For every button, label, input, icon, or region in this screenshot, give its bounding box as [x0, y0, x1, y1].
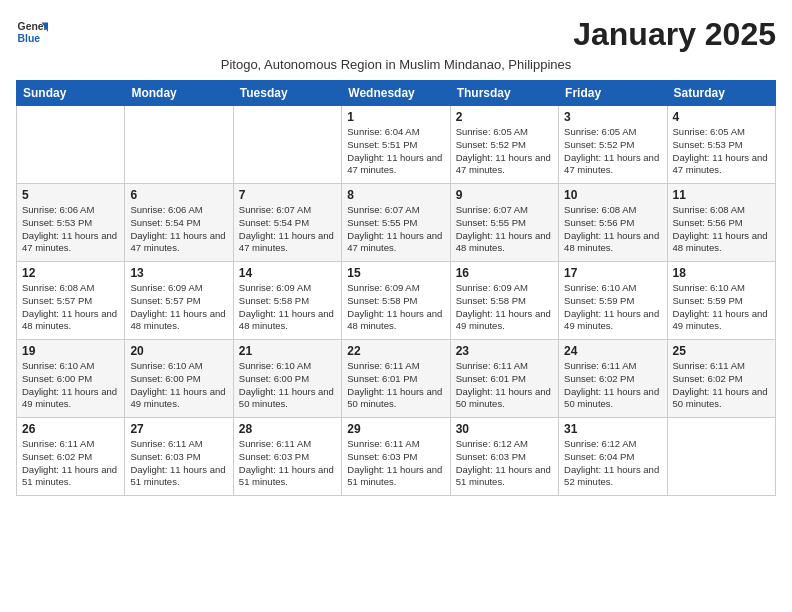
calendar-cell: 24Sunrise: 6:11 AM Sunset: 6:02 PM Dayli…	[559, 340, 667, 418]
logo: General Blue	[16, 16, 48, 48]
day-number: 28	[239, 422, 336, 436]
day-number: 16	[456, 266, 553, 280]
title-block: January 2025	[573, 16, 776, 53]
day-header-friday: Friday	[559, 81, 667, 106]
calendar-cell	[233, 106, 341, 184]
calendar-cell: 6Sunrise: 6:06 AM Sunset: 5:54 PM Daylig…	[125, 184, 233, 262]
calendar-cell: 23Sunrise: 6:11 AM Sunset: 6:01 PM Dayli…	[450, 340, 558, 418]
day-header-wednesday: Wednesday	[342, 81, 450, 106]
cell-text: Sunrise: 6:11 AM Sunset: 6:01 PM Dayligh…	[347, 360, 444, 411]
day-number: 8	[347, 188, 444, 202]
cell-text: Sunrise: 6:12 AM Sunset: 6:04 PM Dayligh…	[564, 438, 661, 489]
calendar-cell: 15Sunrise: 6:09 AM Sunset: 5:58 PM Dayli…	[342, 262, 450, 340]
day-header-thursday: Thursday	[450, 81, 558, 106]
calendar-cell: 11Sunrise: 6:08 AM Sunset: 5:56 PM Dayli…	[667, 184, 775, 262]
cell-text: Sunrise: 6:05 AM Sunset: 5:52 PM Dayligh…	[564, 126, 661, 177]
calendar-table: SundayMondayTuesdayWednesdayThursdayFrid…	[16, 80, 776, 496]
day-number: 3	[564, 110, 661, 124]
day-number: 30	[456, 422, 553, 436]
day-number: 10	[564, 188, 661, 202]
day-number: 24	[564, 344, 661, 358]
cell-text: Sunrise: 6:10 AM Sunset: 6:00 PM Dayligh…	[22, 360, 119, 411]
calendar-cell: 21Sunrise: 6:10 AM Sunset: 6:00 PM Dayli…	[233, 340, 341, 418]
calendar-cell	[667, 418, 775, 496]
week-row-2: 5Sunrise: 6:06 AM Sunset: 5:53 PM Daylig…	[17, 184, 776, 262]
day-number: 1	[347, 110, 444, 124]
calendar-cell: 3Sunrise: 6:05 AM Sunset: 5:52 PM Daylig…	[559, 106, 667, 184]
calendar-cell: 29Sunrise: 6:11 AM Sunset: 6:03 PM Dayli…	[342, 418, 450, 496]
page-header: General Blue January 2025	[16, 16, 776, 53]
cell-text: Sunrise: 6:09 AM Sunset: 5:58 PM Dayligh…	[456, 282, 553, 333]
cell-text: Sunrise: 6:11 AM Sunset: 6:02 PM Dayligh…	[564, 360, 661, 411]
cell-text: Sunrise: 6:04 AM Sunset: 5:51 PM Dayligh…	[347, 126, 444, 177]
day-number: 12	[22, 266, 119, 280]
calendar-cell: 22Sunrise: 6:11 AM Sunset: 6:01 PM Dayli…	[342, 340, 450, 418]
svg-text:Blue: Blue	[18, 33, 41, 44]
calendar-cell: 27Sunrise: 6:11 AM Sunset: 6:03 PM Dayli…	[125, 418, 233, 496]
logo-icon: General Blue	[16, 16, 48, 48]
cell-text: Sunrise: 6:06 AM Sunset: 5:54 PM Dayligh…	[130, 204, 227, 255]
calendar-cell: 5Sunrise: 6:06 AM Sunset: 5:53 PM Daylig…	[17, 184, 125, 262]
day-number: 14	[239, 266, 336, 280]
cell-text: Sunrise: 6:07 AM Sunset: 5:55 PM Dayligh…	[347, 204, 444, 255]
cell-text: Sunrise: 6:07 AM Sunset: 5:55 PM Dayligh…	[456, 204, 553, 255]
calendar-cell: 17Sunrise: 6:10 AM Sunset: 5:59 PM Dayli…	[559, 262, 667, 340]
calendar-cell: 2Sunrise: 6:05 AM Sunset: 5:52 PM Daylig…	[450, 106, 558, 184]
calendar-cell: 16Sunrise: 6:09 AM Sunset: 5:58 PM Dayli…	[450, 262, 558, 340]
cell-text: Sunrise: 6:10 AM Sunset: 5:59 PM Dayligh…	[564, 282, 661, 333]
cell-text: Sunrise: 6:05 AM Sunset: 5:53 PM Dayligh…	[673, 126, 770, 177]
calendar-cell: 18Sunrise: 6:10 AM Sunset: 5:59 PM Dayli…	[667, 262, 775, 340]
cell-text: Sunrise: 6:10 AM Sunset: 6:00 PM Dayligh…	[130, 360, 227, 411]
cell-text: Sunrise: 6:11 AM Sunset: 6:01 PM Dayligh…	[456, 360, 553, 411]
day-number: 5	[22, 188, 119, 202]
calendar-cell: 25Sunrise: 6:11 AM Sunset: 6:02 PM Dayli…	[667, 340, 775, 418]
day-header-monday: Monday	[125, 81, 233, 106]
day-number: 29	[347, 422, 444, 436]
day-number: 11	[673, 188, 770, 202]
day-number: 18	[673, 266, 770, 280]
day-number: 20	[130, 344, 227, 358]
day-number: 6	[130, 188, 227, 202]
cell-text: Sunrise: 6:09 AM Sunset: 5:58 PM Dayligh…	[347, 282, 444, 333]
cell-text: Sunrise: 6:11 AM Sunset: 6:03 PM Dayligh…	[130, 438, 227, 489]
calendar-cell: 10Sunrise: 6:08 AM Sunset: 5:56 PM Dayli…	[559, 184, 667, 262]
cell-text: Sunrise: 6:10 AM Sunset: 5:59 PM Dayligh…	[673, 282, 770, 333]
day-number: 23	[456, 344, 553, 358]
calendar-cell: 13Sunrise: 6:09 AM Sunset: 5:57 PM Dayli…	[125, 262, 233, 340]
day-number: 4	[673, 110, 770, 124]
calendar-cell: 8Sunrise: 6:07 AM Sunset: 5:55 PM Daylig…	[342, 184, 450, 262]
calendar-cell: 31Sunrise: 6:12 AM Sunset: 6:04 PM Dayli…	[559, 418, 667, 496]
day-number: 9	[456, 188, 553, 202]
cell-text: Sunrise: 6:11 AM Sunset: 6:02 PM Dayligh…	[22, 438, 119, 489]
day-number: 17	[564, 266, 661, 280]
cell-text: Sunrise: 6:08 AM Sunset: 5:56 PM Dayligh…	[564, 204, 661, 255]
cell-text: Sunrise: 6:11 AM Sunset: 6:03 PM Dayligh…	[347, 438, 444, 489]
cell-text: Sunrise: 6:11 AM Sunset: 6:02 PM Dayligh…	[673, 360, 770, 411]
day-number: 19	[22, 344, 119, 358]
day-number: 31	[564, 422, 661, 436]
week-row-5: 26Sunrise: 6:11 AM Sunset: 6:02 PM Dayli…	[17, 418, 776, 496]
cell-text: Sunrise: 6:07 AM Sunset: 5:54 PM Dayligh…	[239, 204, 336, 255]
days-header-row: SundayMondayTuesdayWednesdayThursdayFrid…	[17, 81, 776, 106]
cell-text: Sunrise: 6:05 AM Sunset: 5:52 PM Dayligh…	[456, 126, 553, 177]
week-row-1: 1Sunrise: 6:04 AM Sunset: 5:51 PM Daylig…	[17, 106, 776, 184]
calendar-cell: 7Sunrise: 6:07 AM Sunset: 5:54 PM Daylig…	[233, 184, 341, 262]
day-number: 22	[347, 344, 444, 358]
cell-text: Sunrise: 6:06 AM Sunset: 5:53 PM Dayligh…	[22, 204, 119, 255]
day-number: 13	[130, 266, 227, 280]
cell-text: Sunrise: 6:08 AM Sunset: 5:57 PM Dayligh…	[22, 282, 119, 333]
cell-text: Sunrise: 6:11 AM Sunset: 6:03 PM Dayligh…	[239, 438, 336, 489]
day-number: 15	[347, 266, 444, 280]
subtitle: Pitogo, Autonomous Region in Muslim Mind…	[16, 57, 776, 72]
calendar-cell: 12Sunrise: 6:08 AM Sunset: 5:57 PM Dayli…	[17, 262, 125, 340]
day-header-saturday: Saturday	[667, 81, 775, 106]
calendar-cell: 9Sunrise: 6:07 AM Sunset: 5:55 PM Daylig…	[450, 184, 558, 262]
calendar-cell: 28Sunrise: 6:11 AM Sunset: 6:03 PM Dayli…	[233, 418, 341, 496]
calendar-cell	[17, 106, 125, 184]
week-row-4: 19Sunrise: 6:10 AM Sunset: 6:00 PM Dayli…	[17, 340, 776, 418]
day-number: 25	[673, 344, 770, 358]
day-header-tuesday: Tuesday	[233, 81, 341, 106]
calendar-cell: 30Sunrise: 6:12 AM Sunset: 6:03 PM Dayli…	[450, 418, 558, 496]
day-number: 7	[239, 188, 336, 202]
cell-text: Sunrise: 6:09 AM Sunset: 5:58 PM Dayligh…	[239, 282, 336, 333]
